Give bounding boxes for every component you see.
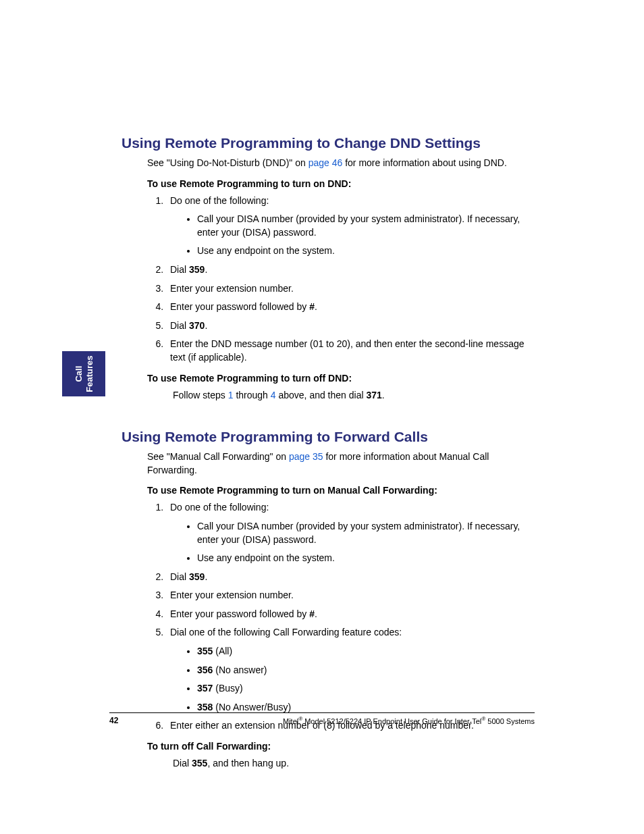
bullet: Use any endpoint on the system. <box>197 552 533 565</box>
heading-forward: Using Remote Programming to Forward Call… <box>122 429 533 445</box>
subhead-turn-on-forward: To use Remote Programming to turn on Man… <box>147 485 533 496</box>
bullet: 357 (Busy) <box>197 682 533 696</box>
subhead-turn-off-dnd: To use Remote Programming to turn off DN… <box>147 373 533 384</box>
subhead-turn-off-forward: To turn off Call Forwarding: <box>147 741 533 752</box>
intro-dnd: See "Using Do-Not-Disturb (DND)" on page… <box>147 157 533 170</box>
step: Do one of the following: Call your DISA … <box>166 501 533 565</box>
step: Dial 359. <box>166 263 533 277</box>
link-page-35[interactable]: page 35 <box>289 451 323 462</box>
link-page-46[interactable]: page 46 <box>308 157 343 168</box>
bullet: Call your DISA number (provided by your … <box>197 213 533 239</box>
link-step-4[interactable]: 4 <box>271 390 276 400</box>
subhead-turn-on-dnd: To use Remote Programming to turn on DND… <box>147 178 533 189</box>
step: Enter your password followed by #. <box>166 301 533 314</box>
step: Enter the DND message number (01 to 20),… <box>166 338 533 364</box>
bullet: Call your DISA number (provided by your … <box>197 520 533 546</box>
steps-turn-on-dnd: Do one of the following: Call your DISA … <box>147 194 533 365</box>
bullet: 355 (All) <box>197 645 533 658</box>
bullet: 356 (No answer) <box>197 664 533 677</box>
step: Enter your extension number. <box>166 282 533 296</box>
follow-steps-line: Follow steps 1 through 4 above, and then… <box>173 389 533 402</box>
steps-turn-on-forward: Do one of the following: Call your DISA … <box>147 501 533 733</box>
step: Dial one of the following Call Forwardin… <box>166 626 533 714</box>
step: Dial 370. <box>166 319 533 333</box>
intro-forward: See "Manual Call Forwarding" on page 35 … <box>147 450 533 477</box>
bullet: Use any endpoint on the system. <box>197 244 533 258</box>
turn-off-forward-line: Dial 355, and then hang up. <box>173 757 533 771</box>
link-step-1[interactable]: 1 <box>228 390 234 400</box>
footer-text: Mitel® Model 5212/5224 IP Endpoint User … <box>283 716 535 725</box>
step: Do one of the following: Call your DISA … <box>166 194 533 258</box>
page-footer: 42 Mitel® Model 5212/5224 IP Endpoint Us… <box>109 712 535 725</box>
step: Enter your extension number. <box>166 589 533 602</box>
step: Dial 359. <box>166 571 533 584</box>
page-number: 42 <box>109 716 118 725</box>
heading-dnd: Using Remote Programming to Change DND S… <box>122 135 533 151</box>
page-content: Using Remote Programming to Change DND S… <box>0 0 644 771</box>
step: Enter your password followed by #. <box>166 608 533 621</box>
